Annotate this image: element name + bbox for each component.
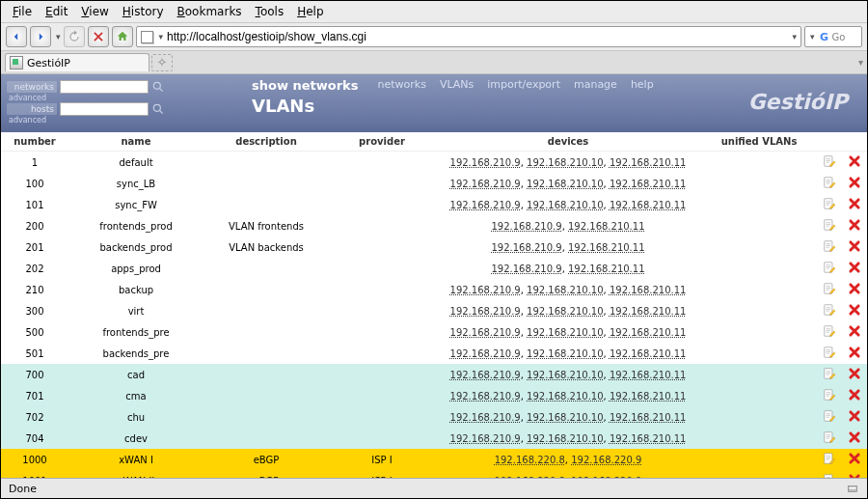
device-link[interactable]: 192.168.210.10 — [527, 348, 604, 359]
delete-icon[interactable] — [842, 449, 867, 470]
stop-button[interactable] — [88, 26, 109, 47]
device-link[interactable]: 192.168.210.9 — [450, 433, 521, 444]
new-tab-button[interactable]: ✧ — [151, 54, 173, 71]
device-link[interactable]: 192.168.210.11 — [610, 348, 687, 359]
device-link[interactable]: 192.168.210.11 — [610, 285, 687, 295]
search-icon[interactable] — [151, 80, 165, 94]
edit-icon[interactable] — [817, 215, 842, 236]
device-link[interactable]: 192.168.220.9 — [571, 455, 641, 465]
delete-icon[interactable] — [842, 152, 867, 174]
menu-history[interactable]: History — [117, 3, 170, 20]
delete-icon[interactable] — [842, 194, 867, 215]
forward-button[interactable] — [30, 26, 51, 47]
device-link[interactable]: 192.168.210.9 — [450, 306, 521, 317]
device-link[interactable]: 192.168.210.9 — [450, 200, 521, 210]
device-link[interactable]: 192.168.210.11 — [610, 370, 687, 380]
menu-bookmarks[interactable]: Bookmarks — [172, 3, 248, 20]
device-link[interactable]: 192.168.210.9 — [450, 412, 521, 423]
device-link[interactable]: 192.168.210.10 — [527, 306, 604, 317]
edit-icon[interactable] — [817, 385, 842, 406]
device-link[interactable]: 192.168.210.11 — [610, 327, 687, 338]
nav-vlans[interactable]: VLANs — [440, 78, 474, 91]
device-link[interactable]: 192.168.210.10 — [527, 327, 604, 338]
menu-help[interactable]: Help — [291, 3, 329, 20]
delete-icon[interactable] — [842, 343, 867, 364]
edit-icon[interactable] — [817, 364, 842, 385]
device-link[interactable]: 192.168.210.10 — [527, 179, 604, 189]
advanced-link[interactable]: advanced — [7, 94, 165, 102]
delete-icon[interactable] — [842, 321, 867, 343]
device-link[interactable]: 192.168.210.11 — [610, 391, 687, 402]
device-link[interactable]: 192.168.210.11 — [610, 412, 687, 423]
device-link[interactable]: 192.168.210.10 — [527, 412, 604, 423]
reload-button[interactable] — [64, 26, 85, 47]
edit-icon[interactable] — [817, 152, 842, 174]
device-link[interactable]: 192.168.210.9 — [491, 221, 561, 232]
device-link[interactable]: 192.168.210.9 — [450, 348, 521, 359]
device-link[interactable]: 192.168.210.11 — [610, 157, 687, 168]
quicksearch-hosts-input[interactable] — [60, 102, 149, 116]
menu-edit[interactable]: Edit — [40, 3, 73, 20]
nav-manage[interactable]: manage — [574, 78, 617, 91]
tabbar-dropdown-icon[interactable]: ▾ — [858, 57, 863, 68]
device-link[interactable]: 192.168.210.9 — [450, 285, 521, 295]
edit-icon[interactable] — [817, 236, 842, 258]
menu-view[interactable]: View — [75, 3, 114, 20]
delete-icon[interactable] — [842, 173, 867, 194]
device-link[interactable]: 192.168.210.9 — [450, 179, 521, 189]
device-link[interactable]: 192.168.210.10 — [527, 391, 604, 402]
device-link[interactable]: 192.168.210.9 — [450, 157, 521, 168]
menu-tools[interactable]: Tools — [250, 3, 290, 20]
device-link[interactable]: 192.168.210.11 — [610, 179, 687, 189]
device-link[interactable]: 192.168.220.8 — [495, 476, 565, 479]
device-link[interactable]: 192.168.210.9 — [450, 391, 521, 402]
nav-networks[interactable]: networks — [377, 78, 425, 91]
edit-icon[interactable] — [817, 300, 842, 321]
home-button[interactable] — [112, 26, 133, 47]
device-link[interactable]: 192.168.210.9 — [450, 327, 521, 338]
edit-icon[interactable] — [817, 258, 842, 279]
device-link[interactable]: 192.168.210.10 — [527, 157, 604, 168]
device-link[interactable]: 192.168.210.11 — [568, 221, 645, 232]
edit-icon[interactable] — [817, 428, 842, 449]
device-link[interactable]: 192.168.210.11 — [610, 306, 687, 317]
advanced-link[interactable]: advanced — [7, 116, 165, 125]
delete-icon[interactable] — [842, 258, 867, 279]
url-bar[interactable]: ▾ ▾ — [136, 26, 801, 47]
edit-icon[interactable] — [817, 343, 842, 364]
device-link[interactable]: 192.168.220.9 — [571, 476, 641, 479]
device-link[interactable]: 192.168.210.10 — [527, 433, 604, 444]
edit-icon[interactable] — [817, 194, 842, 215]
device-link[interactable]: 192.168.210.11 — [610, 200, 687, 210]
device-link[interactable]: 192.168.220.8 — [495, 455, 565, 465]
delete-icon[interactable] — [842, 236, 867, 258]
edit-icon[interactable] — [817, 321, 842, 343]
tab-gestioip[interactable]: GestióIP — [5, 53, 149, 71]
url-input[interactable] — [167, 30, 786, 43]
edit-icon[interactable] — [817, 449, 842, 470]
delete-icon[interactable] — [842, 215, 867, 236]
edit-icon[interactable] — [817, 173, 842, 194]
device-link[interactable]: 192.168.210.10 — [527, 200, 604, 210]
device-link[interactable]: 192.168.210.11 — [610, 433, 687, 444]
menu-file[interactable]: File — [7, 3, 38, 20]
device-link[interactable]: 192.168.210.9 — [491, 242, 561, 253]
delete-icon[interactable] — [842, 428, 867, 449]
device-link[interactable]: 192.168.210.10 — [527, 285, 604, 295]
history-dropdown-icon[interactable]: ▾ — [54, 32, 61, 42]
url-history-dropdown-icon[interactable]: ▾ — [790, 32, 797, 42]
nav-help[interactable]: help — [631, 78, 654, 91]
back-button[interactable] — [6, 26, 27, 47]
delete-icon[interactable] — [842, 300, 867, 321]
url-dropdown-icon[interactable]: ▾ — [157, 32, 164, 42]
nav-importexport[interactable]: import/export — [487, 78, 560, 91]
delete-icon[interactable] — [842, 470, 867, 478]
delete-icon[interactable] — [842, 406, 867, 428]
edit-icon[interactable] — [817, 406, 842, 428]
device-link[interactable]: 192.168.210.9 — [450, 370, 521, 380]
edit-icon[interactable] — [817, 279, 842, 300]
device-link[interactable]: 192.168.210.9 — [491, 263, 561, 274]
device-link[interactable]: 192.168.210.11 — [568, 263, 645, 274]
device-link[interactable]: 192.168.210.10 — [527, 370, 604, 380]
delete-icon[interactable] — [842, 364, 867, 385]
